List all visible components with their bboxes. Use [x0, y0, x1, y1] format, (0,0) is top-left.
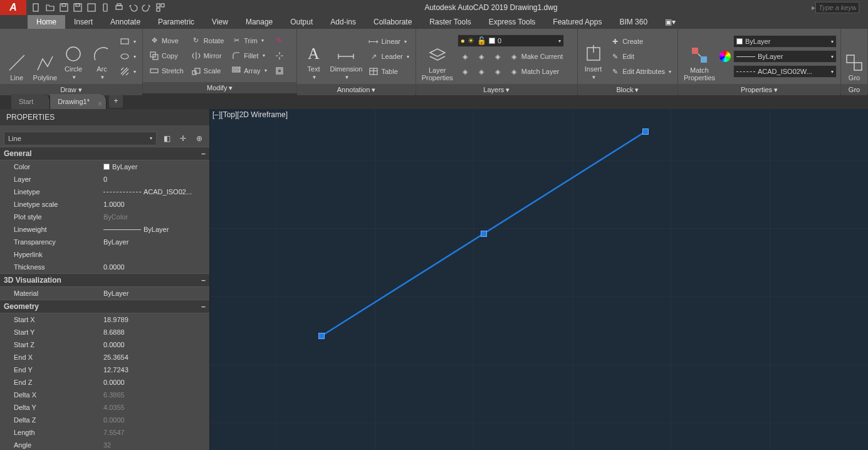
property-row[interactable]: Delta Z0.0000	[0, 414, 209, 426]
doc-tab-drawing1[interactable]: Drawing1*×	[50, 94, 107, 109]
property-value[interactable]: 32	[103, 441, 209, 449]
linear-button[interactable]: ⟼Linear ▾	[366, 34, 411, 48]
text-button[interactable]: A Text▼	[301, 31, 326, 81]
section-3d-visualization[interactable]: 3D Visualization–	[0, 273, 209, 287]
quick-select-icon[interactable]: ◧	[160, 132, 173, 145]
ellipse-button[interactable]: ▾	[117, 50, 139, 63]
layer-tool-6[interactable]: ◈	[490, 65, 505, 78]
select-objects-icon[interactable]: ✛	[177, 132, 189, 145]
fillet-button[interactable]: Fillet ▾	[229, 49, 269, 63]
tab-collaborate[interactable]: Collaborate	[365, 15, 421, 29]
property-value[interactable]: 7.5547	[103, 429, 209, 436]
doc-tab-start[interactable]: Start	[11, 94, 50, 109]
property-value[interactable]: ByLayer	[103, 290, 209, 297]
tab-insert[interactable]: Insert	[65, 15, 102, 29]
property-value[interactable]: 0	[103, 175, 209, 183]
property-value[interactable]: ByLayer	[103, 163, 209, 170]
trim-button[interactable]: ✂Trim ▾	[229, 34, 269, 48]
tab-rastertools[interactable]: Raster Tools	[421, 15, 479, 29]
grip-start[interactable]	[318, 333, 325, 339]
color-wheel-icon[interactable]	[719, 51, 731, 62]
copy-button[interactable]: Copy	[147, 49, 186, 63]
open-icon[interactable]	[44, 1, 56, 14]
property-value[interactable]: 1.0000	[103, 201, 209, 208]
tab-featuredapps[interactable]: Featured Apps	[544, 15, 610, 29]
match-properties-button[interactable]: Match Properties	[682, 31, 717, 81]
property-row[interactable]: End Y12.7243	[0, 364, 209, 376]
plot-icon[interactable]	[113, 1, 125, 14]
property-row[interactable]: LinetypeACAD_ISO02...	[0, 186, 209, 198]
hatch-button[interactable]: ▾	[117, 65, 139, 78]
layer-selector[interactable]: ● ☀ 🔓 0 ▾	[458, 34, 564, 47]
tab-output[interactable]: Output	[281, 15, 322, 29]
search-input[interactable]	[815, 2, 859, 13]
property-row[interactable]: LineweightByLayer	[0, 223, 209, 236]
property-row[interactable]: Hyperlink	[0, 248, 209, 261]
color-selector[interactable]: ByLayer▾	[733, 35, 837, 48]
property-row[interactable]: MaterialByLayer	[0, 287, 209, 300]
tab-home[interactable]: Home	[28, 15, 65, 29]
edit-block-button[interactable]: ✎Edit	[607, 50, 674, 63]
group-button[interactable]: Gro	[845, 31, 864, 81]
section-geometry[interactable]: Geometry–	[0, 300, 209, 313]
tab-parametric[interactable]: Parametric	[149, 15, 203, 29]
saveas-icon[interactable]	[71, 1, 84, 14]
property-row[interactable]: Angle32	[0, 439, 209, 450]
property-row[interactable]: Plot styleByColor	[0, 211, 209, 223]
layer-tool-5[interactable]: ◈	[490, 50, 505, 63]
property-row[interactable]: TransparencyByLayer	[0, 236, 209, 248]
linetype-selector[interactable]: ACAD_ISO02W...▾	[733, 65, 837, 78]
tab-bim360[interactable]: BIM 360	[610, 15, 656, 29]
leader-button[interactable]: ↗Leader ▾	[366, 50, 411, 63]
property-value[interactable]: 8.6888	[103, 328, 209, 336]
property-row[interactable]: Linetype scale1.0000	[0, 198, 209, 211]
property-row[interactable]: Delta Y4.0355	[0, 401, 209, 414]
selected-line[interactable]	[210, 109, 868, 450]
tab-expresstools[interactable]: Express Tools	[480, 15, 544, 29]
undo-icon[interactable]	[127, 1, 139, 14]
tab-view[interactable]: View	[203, 15, 237, 29]
property-value[interactable]: 0.0000	[103, 341, 209, 348]
redo-icon[interactable]	[140, 1, 153, 14]
property-row[interactable]: Delta X6.3865	[0, 389, 209, 401]
panel-modify-title[interactable]: Modify ▾	[143, 82, 296, 93]
new-icon[interactable]	[30, 1, 43, 14]
insert-button[interactable]: Insert▼	[582, 31, 605, 81]
property-row[interactable]: Length7.5547	[0, 426, 209, 439]
layer-tool-3[interactable]: ◈	[474, 50, 489, 63]
property-value[interactable]: ByColor	[103, 213, 209, 221]
grip-end[interactable]	[642, 128, 649, 135]
property-value[interactable]: 0.0000	[103, 379, 209, 386]
panel-layers-title[interactable]: Layers ▾	[416, 84, 577, 95]
pickadd-icon[interactable]: ⊕	[193, 132, 206, 145]
rectangle-button[interactable]: ▾	[117, 34, 139, 48]
tab-annotate[interactable]: Annotate	[102, 15, 149, 29]
section-general[interactable]: General–	[0, 147, 209, 160]
app-menu-button[interactable]: A	[0, 0, 26, 15]
property-value[interactable]: 25.3654	[103, 353, 209, 361]
property-row[interactable]: ColorByLayer	[0, 160, 209, 173]
rotate-button[interactable]: ↻Rotate	[189, 34, 226, 48]
arc-button[interactable]: Arc▼	[89, 31, 115, 81]
drawing-canvas[interactable]: [–][Top][2D Wireframe]	[210, 109, 868, 450]
stretch-button[interactable]: Stretch	[147, 64, 186, 78]
create-block-button[interactable]: ✚Create	[607, 34, 674, 48]
move-button[interactable]: ✥Move	[147, 34, 186, 48]
property-row[interactable]: End X25.3654	[0, 351, 209, 364]
layer-properties-button[interactable]: Layer Properties	[420, 31, 455, 81]
match-layer-button[interactable]: ◈Match Layer	[506, 65, 566, 78]
property-row[interactable]: Layer0	[0, 173, 209, 186]
mirror-button[interactable]: Mirror	[189, 49, 226, 63]
property-value[interactable]: ACAD_ISO02...	[103, 188, 209, 196]
web-mobile-icon[interactable]	[85, 1, 98, 14]
dimension-button[interactable]: Dimension▼	[328, 31, 363, 81]
property-row[interactable]: Start X18.9789	[0, 313, 209, 326]
circle-button[interactable]: Circle▼	[61, 31, 86, 81]
panel-properties-title[interactable]: Properties ▾	[678, 84, 840, 95]
lineweight-selector[interactable]: ByLayer▾	[733, 50, 837, 63]
workspace-icon[interactable]	[154, 1, 167, 14]
array-button[interactable]: Array ▾	[229, 64, 269, 78]
tab-manage[interactable]: Manage	[237, 15, 281, 29]
make-current-button[interactable]: ◈Make Current	[506, 50, 566, 63]
erase-button[interactable]: ✎	[272, 34, 287, 48]
